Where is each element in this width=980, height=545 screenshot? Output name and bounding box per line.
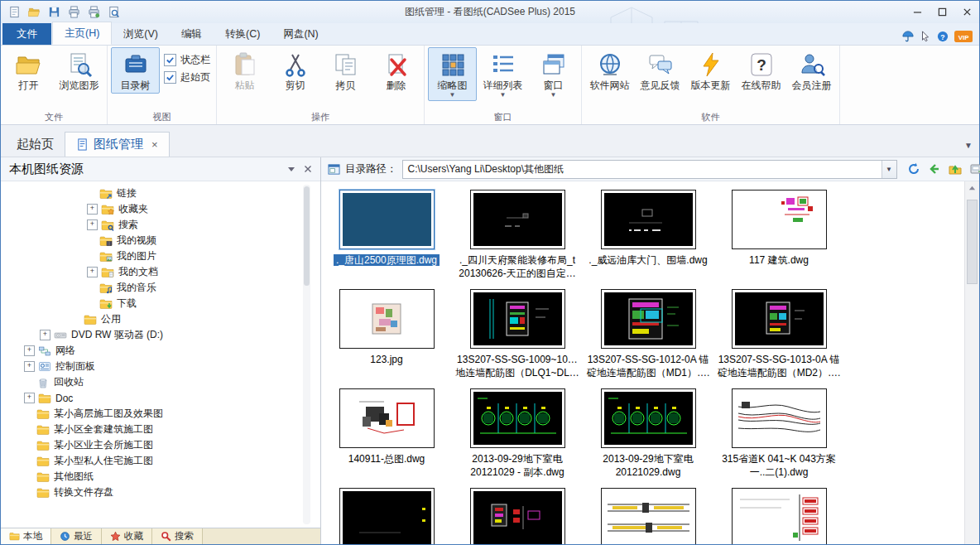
file-item[interactable]: ._四川天府聚能装修布局_t 20130626-天正的图自定… xyxy=(452,190,583,289)
tree-item[interactable]: 某小区业主会所施工图 xyxy=(1,437,320,453)
tree-expander[interactable] xyxy=(87,283,96,292)
tree-item[interactable]: 我的图片 xyxy=(1,248,320,264)
refresh-icon[interactable] xyxy=(907,162,920,176)
tree-expander[interactable] xyxy=(87,189,96,198)
tree-item[interactable]: 链接 xyxy=(1,186,320,201)
file-item[interactable] xyxy=(583,488,713,544)
file-thumbnail[interactable] xyxy=(601,488,696,544)
tree-item[interactable]: 某小型私人住宅施工图 xyxy=(1,453,320,469)
save-icon[interactable] xyxy=(45,3,63,21)
软件网站-button[interactable]: 软件网站 xyxy=(585,47,634,94)
file-thumbnail[interactable] xyxy=(601,289,696,349)
dropdown-arrow-icon[interactable]: ▼ xyxy=(500,92,507,99)
tree-item[interactable]: +控制面板 xyxy=(1,359,320,374)
tree-item[interactable]: 我的视频 xyxy=(1,233,320,248)
tree-item[interactable]: +Doc xyxy=(1,390,320,406)
maximize-button[interactable] xyxy=(930,3,954,22)
tree-item[interactable]: 转换文件存盘 xyxy=(1,485,320,500)
vip-icon[interactable]: VIP xyxy=(954,31,973,42)
minimize-button[interactable] xyxy=(905,3,930,22)
tree-expander[interactable] xyxy=(71,315,80,324)
打开-button[interactable]: 打开 xyxy=(4,47,53,94)
拷贝-button[interactable]: 拷贝 xyxy=(321,47,370,94)
file-thumbnail[interactable] xyxy=(601,388,696,448)
tree-expander[interactable]: + xyxy=(40,330,50,340)
tree-expander[interactable]: + xyxy=(87,219,98,230)
up-icon[interactable] xyxy=(949,162,962,176)
tab-list-dropdown-icon[interactable]: ▼ xyxy=(964,141,973,150)
tree-item[interactable]: 公用 xyxy=(1,311,320,327)
tree-item[interactable]: 下载 xyxy=(1,296,320,311)
sidebar-tab-本地[interactable]: 本地 xyxy=(1,528,51,544)
tree-expander[interactable]: + xyxy=(24,393,35,403)
缩略图-button[interactable]: 缩略图▼ xyxy=(428,47,477,101)
skin-icon[interactable] xyxy=(902,31,914,42)
tree-expander[interactable] xyxy=(24,441,33,450)
sidebar-scrollbar[interactable] xyxy=(303,185,310,524)
file-thumbnail[interactable] xyxy=(470,190,565,249)
drive-icon[interactable] xyxy=(969,162,980,176)
tree-item[interactable]: +收藏夹 xyxy=(1,201,320,217)
file-thumbnail[interactable] xyxy=(470,388,565,448)
剪切-button[interactable]: 剪切 xyxy=(271,47,319,94)
helpround-icon[interactable]: ? xyxy=(937,31,949,42)
back-icon[interactable] xyxy=(928,162,941,176)
tree-item[interactable]: 某小高层施工图及效果图 xyxy=(1,406,320,422)
file-thumbnail[interactable] xyxy=(732,190,827,249)
print-icon[interactable] xyxy=(65,3,83,21)
目录树-button[interactable]: 目录树 xyxy=(111,47,160,94)
path-value[interactable]: C:\Users\Yang Li\Desktop\其他图纸 xyxy=(403,162,882,176)
ribbon-tab[interactable]: 网盘(N) xyxy=(271,23,329,45)
ribbon-tab[interactable]: 主页(H) xyxy=(52,22,112,45)
new-icon[interactable] xyxy=(5,3,23,21)
dropdown-arrow-icon[interactable]: ▼ xyxy=(550,92,557,99)
tree-expander[interactable] xyxy=(87,236,96,245)
file-thumbnail[interactable] xyxy=(339,488,435,544)
起始页-checkbox[interactable]: 起始页 xyxy=(164,70,210,84)
file-thumbnail[interactable] xyxy=(339,388,435,448)
tree-item[interactable]: +搜索 xyxy=(1,217,320,233)
tree-expander[interactable] xyxy=(24,378,33,387)
tree-expander[interactable] xyxy=(24,472,33,481)
file-thumbnail[interactable] xyxy=(470,289,565,349)
close-button[interactable] xyxy=(954,3,979,22)
会员注册-button[interactable]: 会员注册 xyxy=(787,47,836,94)
版本更新-button[interactable]: 版本更新 xyxy=(686,47,735,94)
tree-expander[interactable] xyxy=(24,488,33,497)
file-thumbnail[interactable] xyxy=(339,289,435,349)
tree-expander[interactable] xyxy=(24,425,33,434)
状态栏-checkbox[interactable]: 状态栏 xyxy=(164,53,210,67)
tree-item[interactable]: 回收站 xyxy=(1,374,320,390)
document-tab[interactable]: 起始页 xyxy=(6,133,65,157)
file-item[interactable]: 123.jpg xyxy=(321,289,452,388)
file-item[interactable] xyxy=(452,488,583,544)
file-item[interactable]: 2013-09-29地下室电 20121029.dwg xyxy=(583,388,713,488)
content-scrollbar-thumb[interactable] xyxy=(967,200,978,284)
tree-item[interactable]: 我的音乐 xyxy=(1,280,320,296)
scroll-up-icon[interactable] xyxy=(965,181,979,195)
sidebar-tab-收藏[interactable]: 收藏 xyxy=(102,528,152,544)
tree-expander[interactable]: + xyxy=(87,267,98,277)
document-tab[interactable]: 图纸管理× xyxy=(65,132,170,157)
quickprint-icon[interactable] xyxy=(84,3,103,21)
collapse-icon[interactable] xyxy=(287,165,295,173)
file-item[interactable] xyxy=(713,488,844,544)
tree-item[interactable]: 某小区全套建筑施工图 xyxy=(1,422,320,437)
file-item[interactable]: 315省道K 041~K 043方案一..二(1).dwg xyxy=(713,388,844,488)
file-thumbnail[interactable] xyxy=(339,190,435,249)
file-item[interactable]: ._威远油库大门、围墙.dwg xyxy=(583,190,713,289)
sidebar-scrollbar-thumb[interactable] xyxy=(304,186,310,286)
path-dropdown-icon[interactable]: ▼ xyxy=(882,161,896,178)
tree-item[interactable]: +网络 xyxy=(1,343,320,359)
sidebar-tab-搜索[interactable]: 搜索 xyxy=(152,528,203,544)
tab-close-icon[interactable]: × xyxy=(151,138,158,151)
file-item[interactable]: 140911-总图.dwg xyxy=(321,388,452,488)
tree-expander[interactable]: + xyxy=(87,204,98,215)
tree-expander[interactable]: + xyxy=(24,361,35,372)
file-thumbnail[interactable] xyxy=(732,488,827,544)
在线帮助-button[interactable]: ?在线帮助 xyxy=(737,47,785,94)
tree-expander[interactable] xyxy=(24,456,33,465)
path-combobox[interactable]: C:\Users\Yang Li\Desktop\其他图纸 ▼ xyxy=(402,160,897,179)
file-thumbnail[interactable] xyxy=(470,488,565,544)
删除-button[interactable]: 删除 xyxy=(372,47,420,94)
